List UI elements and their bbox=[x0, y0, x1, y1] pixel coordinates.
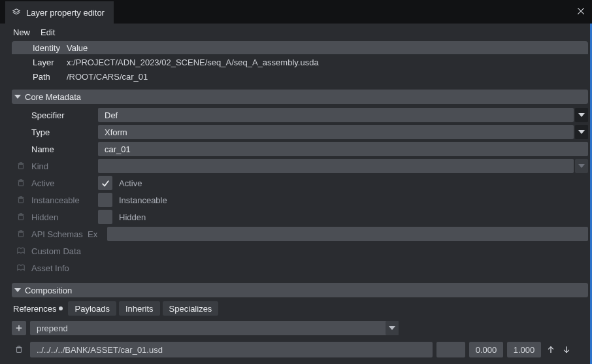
type-dropdown[interactable]: Xform bbox=[98, 125, 574, 139]
svg-marker-0 bbox=[13, 9, 20, 12]
hidden-checkbox[interactable] bbox=[98, 210, 112, 224]
identity-col-header: Identity bbox=[33, 43, 67, 53]
book-icon bbox=[12, 246, 30, 256]
composition-mode-row: prepend bbox=[12, 320, 588, 337]
row-apischemas: API Schemas Ex bbox=[12, 225, 588, 242]
active-chk-label: Active bbox=[114, 178, 142, 188]
trash-icon[interactable] bbox=[12, 212, 30, 222]
reference-path-value: ../../../../BANK/ASSET/car_01.usd bbox=[37, 345, 163, 355]
reference-path-field[interactable]: ../../../../BANK/ASSET/car_01.usd bbox=[30, 342, 433, 357]
section-core-metadata[interactable]: Core Metadata bbox=[12, 90, 588, 104]
hidden-chk-label: Hidden bbox=[114, 212, 146, 222]
composition-tabs: References Payloads Inherits Specializes bbox=[12, 301, 588, 316]
identity-path-value: /ROOT/CARS/car_01 bbox=[67, 72, 148, 82]
hidden-label: Hidden bbox=[31, 212, 97, 222]
identity-layer-row: Layer x:/PROJECT/ADN_2023/02_SCENE/seq_A… bbox=[12, 54, 588, 69]
svg-rect-23 bbox=[19, 232, 24, 237]
menu-new[interactable]: New bbox=[13, 27, 30, 37]
row-active: Active Active bbox=[12, 174, 588, 191]
trash-icon[interactable] bbox=[12, 195, 30, 205]
active-label: Active bbox=[31, 178, 97, 188]
close-icon[interactable] bbox=[576, 7, 585, 16]
window-tab[interactable]: Layer property editor bbox=[5, 1, 114, 24]
tab-payloads[interactable]: Payloads bbox=[68, 301, 116, 316]
name-label: Name bbox=[31, 144, 97, 154]
type-dropdown-arrow[interactable] bbox=[575, 125, 588, 139]
menu-bar: New Edit bbox=[0, 24, 592, 41]
chevron-down-icon bbox=[14, 95, 21, 99]
chevron-down-icon bbox=[14, 288, 21, 292]
assetinfo-label: Asset Info bbox=[31, 263, 97, 273]
trash-icon[interactable] bbox=[12, 229, 30, 239]
row-kind: Kind bbox=[12, 157, 588, 174]
row-name: Name car_01 bbox=[12, 141, 588, 157]
customdata-label: Custom Data bbox=[31, 246, 97, 256]
specifier-label: Specifier bbox=[31, 110, 97, 120]
reference-row: ../../../../BANK/ASSET/car_01.usd 0.000 … bbox=[12, 340, 588, 359]
instanceable-checkbox[interactable] bbox=[98, 193, 112, 207]
trash-icon[interactable] bbox=[12, 345, 26, 354]
instanceable-label: Instanceable bbox=[31, 195, 97, 205]
row-specifier: Specifier Def bbox=[12, 107, 588, 124]
svg-rect-8 bbox=[19, 181, 24, 186]
tab-references[interactable]: References bbox=[12, 304, 58, 314]
name-value: car_01 bbox=[105, 144, 131, 154]
row-assetinfo[interactable]: Asset Info bbox=[12, 259, 588, 276]
row-hidden: Hidden Hidden bbox=[12, 208, 588, 225]
book-icon bbox=[12, 263, 30, 273]
trash-icon[interactable] bbox=[12, 161, 30, 171]
identity-path-row: Path /ROOT/CARS/car_01 bbox=[12, 69, 588, 83]
menu-edit[interactable]: Edit bbox=[41, 27, 55, 37]
apischemas-ex: Ex bbox=[88, 229, 106, 239]
kind-dropdown[interactable] bbox=[98, 159, 574, 173]
kind-dropdown-arrow[interactable] bbox=[575, 159, 588, 173]
svg-rect-30 bbox=[17, 348, 22, 352]
mode-select-arrow[interactable] bbox=[386, 321, 399, 335]
identity-layer-key: Layer bbox=[33, 58, 67, 67]
tab-inherits[interactable]: Inherits bbox=[119, 301, 160, 316]
reference-extra-field[interactable] bbox=[436, 342, 465, 357]
name-field[interactable]: car_01 bbox=[98, 142, 588, 156]
specifier-dropdown-arrow[interactable] bbox=[575, 108, 588, 122]
mode-select[interactable]: prepend bbox=[30, 321, 399, 335]
type-value: Xform bbox=[105, 127, 127, 137]
row-customdata[interactable]: Custom Data bbox=[12, 242, 588, 259]
instanceable-chk-label: Instanceable bbox=[114, 195, 167, 205]
reference-start-field[interactable]: 0.000 bbox=[469, 342, 503, 357]
check-icon bbox=[101, 178, 110, 188]
identity-header: Identity Value bbox=[12, 41, 588, 54]
reference-end-field[interactable]: 1.000 bbox=[507, 342, 541, 357]
kind-label: Kind bbox=[31, 161, 97, 171]
svg-rect-18 bbox=[19, 215, 24, 220]
move-up-button[interactable] bbox=[545, 344, 557, 356]
specifier-dropdown[interactable]: Def bbox=[98, 108, 574, 122]
section-composition[interactable]: Composition bbox=[12, 283, 588, 297]
specifier-value: Def bbox=[105, 110, 118, 120]
add-button[interactable] bbox=[12, 321, 26, 335]
section-composition-label: Composition bbox=[25, 286, 72, 295]
window-title: Layer property editor bbox=[26, 8, 105, 18]
tab-specializes[interactable]: Specializes bbox=[163, 301, 219, 316]
svg-rect-13 bbox=[19, 198, 24, 203]
value-col-header: Value bbox=[67, 43, 88, 53]
apischemas-label: API Schemas bbox=[31, 229, 86, 239]
type-label: Type bbox=[31, 127, 97, 137]
move-down-button[interactable] bbox=[561, 344, 572, 356]
apischemas-field[interactable] bbox=[107, 227, 588, 241]
row-type: Type Xform bbox=[12, 124, 588, 141]
row-instanceable: Instanceable Instanceable bbox=[12, 191, 588, 208]
mode-value: prepend bbox=[37, 323, 68, 333]
svg-rect-3 bbox=[19, 164, 24, 169]
layers-icon bbox=[12, 8, 21, 17]
active-checkbox[interactable] bbox=[98, 176, 112, 190]
identity-layer-value: x:/PROJECT/ADN_2023/02_SCENE/seq_A/seq_A… bbox=[67, 58, 319, 67]
section-core-label: Core Metadata bbox=[25, 92, 81, 102]
trash-icon[interactable] bbox=[12, 178, 30, 188]
title-bar: Layer property editor bbox=[0, 0, 592, 24]
active-dot-icon bbox=[59, 306, 63, 310]
identity-path-key: Path bbox=[33, 72, 67, 82]
